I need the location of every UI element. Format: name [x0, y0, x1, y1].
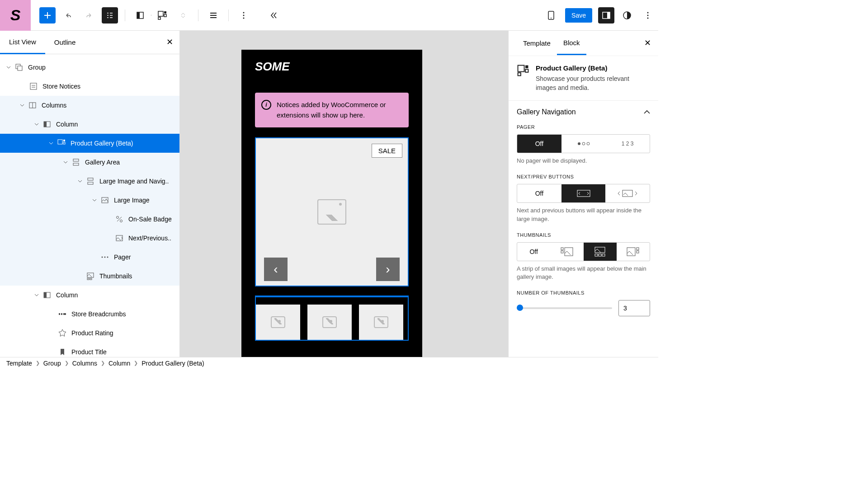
chevron-right-icon: ❯	[101, 360, 105, 366]
block-description: Showcase your products relevant images a…	[536, 75, 650, 92]
svg-rect-4	[164, 14, 166, 17]
tab-list-view[interactable]: List View	[0, 31, 45, 54]
svg-rect-5	[158, 17, 160, 19]
tree-item-product-gallery[interactable]: Product Gallery (Beta)	[0, 134, 179, 153]
nextprev-option-off[interactable]: Off	[517, 184, 561, 202]
nextprev-option-inside[interactable]	[561, 184, 606, 202]
tree-item-column-2[interactable]: Column	[0, 286, 179, 305]
svg-point-15	[647, 14, 649, 16]
thumbnails-option-left[interactable]	[550, 243, 583, 261]
tree-item-product-title[interactable]: Product Title	[0, 343, 179, 357]
tree-item-store-breadcrumbs[interactable]: Store Breadcrumbs	[0, 305, 179, 324]
num-thumbnails-label: NUMBER OF THUMBNAILS	[517, 290, 650, 296]
next-image-button[interactable]: ›	[376, 258, 400, 281]
thumbnail-item[interactable]	[256, 305, 300, 340]
breadcrumb-item[interactable]: Columns	[72, 360, 97, 367]
tree-item-product-rating[interactable]: Product Rating	[0, 324, 179, 343]
svg-rect-44	[59, 313, 60, 315]
tree-label: Group	[28, 64, 46, 71]
list-view-panel: List View Outline ✕ Group Store Notices …	[0, 31, 180, 357]
store-notice[interactable]: i Notices added by WooCommerce or extens…	[255, 93, 409, 127]
thumbnails-option-right[interactable]	[617, 243, 650, 261]
num-thumbnails-input[interactable]	[618, 300, 650, 316]
svg-point-7	[243, 14, 244, 16]
collapse-toolbar-button[interactable]	[265, 7, 282, 23]
tree-item-next-previous[interactable]: Next/Previous..	[0, 229, 179, 248]
chevron-down-icon	[34, 293, 39, 297]
tree-item-column-1[interactable]: Column	[0, 115, 179, 134]
product-gallery-icon	[517, 64, 529, 77]
sale-badge: SALE	[372, 144, 402, 158]
sidebar-icon	[602, 11, 611, 20]
image-placeholder-icon	[271, 316, 285, 328]
block-options-button[interactable]	[236, 7, 252, 23]
prev-image-button[interactable]: ‹	[264, 258, 288, 281]
thumbnails-option-bottom[interactable]	[584, 243, 617, 261]
breadcrumb-item[interactable]: Group	[43, 360, 61, 367]
breadcrumb-item[interactable]: Template	[6, 360, 32, 367]
num-thumbnails-slider[interactable]	[517, 307, 612, 309]
align-button[interactable]	[205, 7, 222, 23]
save-button[interactable]: Save	[565, 8, 592, 23]
chevron-up-icon	[644, 110, 650, 114]
pager-option-numbers[interactable]: 1 2 3	[605, 135, 650, 153]
tree-item-large-image[interactable]: Large Image	[0, 191, 179, 210]
tree-item-gallery-area[interactable]: Gallery Area	[0, 153, 179, 172]
styles-button[interactable]	[619, 7, 635, 23]
section-gallery-navigation[interactable]: Gallery Navigation	[517, 108, 650, 116]
columns-icon	[27, 100, 38, 111]
close-panel-button[interactable]: ✕	[166, 37, 173, 47]
tree-item-pager[interactable]: Pager	[0, 248, 179, 267]
tab-outline[interactable]: Outline	[45, 31, 85, 53]
settings-sidebar-button[interactable]	[598, 7, 614, 23]
svg-rect-23	[44, 122, 47, 127]
gallery-block-button[interactable]	[154, 7, 170, 23]
mobile-preview: SOME i Notices added by WooCommerce or e…	[241, 50, 422, 357]
pager-option-dots[interactable]	[561, 135, 606, 153]
redo-button[interactable]	[81, 7, 97, 23]
tree-item-group[interactable]: Group	[0, 58, 179, 77]
nextprev-toggle-group: Off	[517, 184, 650, 203]
close-settings-button[interactable]: ✕	[644, 38, 651, 48]
document-overview-button[interactable]	[102, 7, 118, 23]
svg-rect-1	[137, 12, 140, 19]
large-image-block[interactable]: SALE ‹ ›	[255, 137, 409, 286]
thumbnail-item[interactable]	[359, 305, 403, 340]
settings-panel: Template Block ✕ Product Gallery (Beta) …	[508, 31, 658, 357]
svg-rect-30	[88, 182, 93, 184]
thumbnails-help-text: A strip of small images will appear belo…	[517, 265, 650, 281]
nextprev-option-outside[interactable]	[605, 184, 650, 202]
stack-icon	[85, 176, 96, 187]
tree-item-on-sale-badge[interactable]: On-Sale Badge	[0, 210, 179, 229]
thumbnail-item[interactable]	[307, 305, 352, 340]
thumbnails-toggle-group: Off	[517, 242, 650, 261]
block-mover[interactable]	[175, 7, 191, 23]
breadcrumb-item[interactable]: Product Gallery (Beta)	[142, 360, 204, 367]
svg-rect-63	[627, 248, 635, 256]
tab-block[interactable]: Block	[557, 32, 586, 55]
tree-item-columns[interactable]: Columns	[0, 96, 179, 115]
thumbnails-icon	[85, 271, 96, 282]
tree-label: Column	[56, 291, 78, 299]
breadcrumb-item[interactable]: Column	[108, 360, 130, 367]
editor-canvas[interactable]: SOME i Notices added by WooCommerce or e…	[180, 31, 508, 357]
view-mobile-button[interactable]	[543, 7, 559, 23]
pager-option-off[interactable]: Off	[517, 135, 561, 153]
redo-icon	[85, 11, 94, 20]
tab-template[interactable]: Template	[517, 32, 557, 54]
add-block-button[interactable]	[39, 7, 56, 23]
undo-button[interactable]	[60, 7, 76, 23]
block-type-button[interactable]	[132, 7, 148, 23]
thumbs-left-icon	[560, 247, 574, 257]
tree-item-large-image-navig[interactable]: Large Image and Navig..	[0, 172, 179, 191]
editor-options-button[interactable]	[640, 7, 656, 23]
kebab-icon	[239, 11, 248, 20]
thumbnails-option-off[interactable]: Off	[517, 243, 550, 261]
site-logo[interactable]: S	[0, 0, 31, 31]
tree-label: On-Sale Badge	[128, 216, 172, 223]
thumbnails-block[interactable]	[255, 296, 409, 341]
image-placeholder-icon	[322, 316, 337, 328]
svg-point-16	[647, 17, 649, 19]
tree-item-store-notices[interactable]: Store Notices	[0, 77, 179, 96]
tree-item-thumbnails[interactable]: Thumbnails	[0, 267, 179, 286]
